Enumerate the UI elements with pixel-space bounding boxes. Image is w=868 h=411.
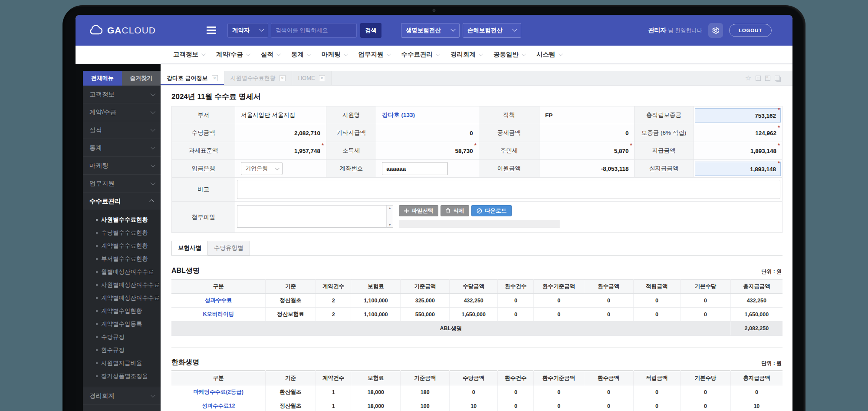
view-tab-by-allowance-type[interactable]: 수당유형별	[208, 241, 250, 255]
commission-type-link[interactable]: K오버라이딩	[203, 311, 234, 317]
commission-type-link[interactable]: 마케팅수수료(2등급)	[194, 389, 243, 395]
app-logo[interactable]: GACLOUD	[89, 25, 175, 36]
scroll-up-icon[interactable]: ▲	[388, 206, 391, 209]
section-title: ABL생명	[171, 266, 200, 275]
nav-item-commission-mgmt[interactable]: 수수료관리	[401, 50, 439, 59]
bank-select[interactable]: 기업은행	[241, 162, 283, 175]
submenu-item-longterm-adjustment[interactable]: 장기상품별조정율	[83, 370, 161, 383]
deposit6-value: *124,962	[693, 124, 782, 142]
nav-item-work-support[interactable]: 업무지원	[358, 50, 390, 59]
search-button[interactable]: 검색	[360, 23, 381, 38]
nav-item-performance[interactable]: 실적	[261, 50, 279, 59]
logout-button[interactable]: LOGOUT	[729, 24, 772, 37]
sidebar-item-accounting[interactable]: 경리회계	[83, 387, 161, 405]
listbox-scrollbar[interactable]: ▲▼	[386, 206, 393, 227]
duplicate-tab-icon[interactable]	[775, 76, 780, 81]
view-tab-by-insurer[interactable]: 보험사별	[171, 241, 208, 255]
submenu-item-contract-expected-remaining[interactable]: 계약별예상잔여수수료	[83, 292, 161, 305]
submenu-item-recovery-rules[interactable]: 환수규정	[83, 344, 161, 357]
nav-item-accounting[interactable]: 경리회계	[450, 50, 482, 59]
submenu-item-monthly-expected-remaining[interactable]: 월별예상잔여수수료	[83, 265, 161, 278]
close-all-tabs-icon[interactable]	[765, 76, 770, 81]
net-payment-input[interactable]: 1,893,148	[695, 162, 781, 176]
deduction-label: 공제금액	[479, 124, 539, 142]
account-input[interactable]	[382, 162, 448, 175]
close-tab-icon[interactable]: ✕	[212, 75, 218, 81]
income-tax-value: *58,730	[376, 142, 479, 160]
submenu-item-payment-ratio[interactable]: 사원별지급비율	[83, 357, 161, 370]
favorite-star-icon[interactable]: ☆	[745, 75, 751, 82]
sidebar-tab-favorites[interactable]: 즐겨찾기	[122, 71, 161, 86]
hamburger-menu-icon[interactable]	[207, 27, 216, 34]
tab-salary-info[interactable]: 강다호 급여정보 ✕	[161, 71, 224, 85]
chevron-down-icon	[151, 180, 155, 185]
nav-item-common[interactable]: 공통일반	[493, 50, 525, 59]
sidebar-gutter: 전체메뉴 즐겨찾기 고객정보 계약/수금 실적 통계 마케팅 업무지원 수수료관…	[76, 64, 161, 411]
sidebar-item-performance[interactable]: 실적	[83, 121, 161, 139]
submenu-item-commission-by-dept[interactable]: 부서별수수료현황	[83, 252, 161, 265]
unit-label: 단위 : 원	[761, 268, 782, 275]
sidebar-item-statistics[interactable]: 통계	[83, 139, 161, 157]
required-asterisk: *	[474, 142, 477, 149]
trash-icon	[446, 208, 450, 213]
sidebar-item-work-support[interactable]: 업무지원	[83, 175, 161, 192]
search-input[interactable]	[271, 23, 357, 38]
nav-item-contract-collection[interactable]: 계약/수금	[216, 50, 249, 59]
tab-home[interactable]: HOME ✕	[292, 71, 332, 85]
resident-tax-label: 주민세	[479, 142, 539, 160]
note-textarea[interactable]	[237, 180, 780, 199]
submenu-item-income-by-contract[interactable]: 계약별수입현황	[83, 305, 161, 318]
attachment-list[interactable]: ▲▼	[237, 205, 393, 228]
chevron-down-icon	[151, 162, 155, 167]
deposit6-label: 보증금 (6% 적립)	[635, 124, 693, 142]
file-delete-button[interactable]: 삭제	[441, 205, 469, 216]
settings-button[interactable]	[708, 23, 723, 38]
submenu-item-commission-by-allowance[interactable]: 수당별수수료현황	[83, 226, 161, 239]
payment-value: *1,893,148	[693, 142, 782, 160]
nav-item-system[interactable]: 시스템	[536, 50, 562, 59]
submenu-item-allowance-rules[interactable]: 수당규정	[83, 331, 161, 344]
tab-commission-by-employee[interactable]: 사원별수수료현황 ✕	[224, 71, 292, 85]
commission-table-hanwha: 구분기준 계약건수보험료 기준금액수당금액 환수건수환수기준금액 환수금액적립금…	[171, 371, 783, 411]
tile-windows-icon[interactable]	[756, 76, 761, 81]
search-category-select[interactable]: 계약자	[227, 23, 268, 38]
table-header-row: 구분기준 계약건수보험료 기준금액수당금액 환수건수환수기준금액 환수금액적립금…	[171, 371, 783, 385]
income-tax-label: 소득세	[326, 142, 376, 160]
nav-item-customer-info[interactable]: 고객정보	[173, 50, 204, 59]
chevron-down-icon	[151, 145, 155, 149]
commission-type-link[interactable]: 성과수수료12	[202, 403, 235, 409]
commission-statement-form: 부서 서울사업단 서울지점 사원명 강다호 (133) 직책 FP 총적립보증금…	[171, 106, 783, 233]
file-select-button[interactable]: 파일선택	[399, 205, 438, 216]
submenu-item-income-register[interactable]: 계약별수입등록	[83, 318, 161, 331]
nav-item-statistics[interactable]: 통계	[291, 50, 310, 59]
sidebar-item-customer-info[interactable]: 고객정보	[83, 86, 161, 103]
submenu-item-employee-expected-remaining[interactable]: 사원별예상잔여수수료	[83, 278, 161, 292]
required-asterisk: *	[778, 142, 780, 149]
main-navigation: 고객정보 계약/수금 실적 통계 마케팅 업무지원 수수료관리 경리회계 공통일…	[76, 46, 792, 64]
total-deposit-input[interactable]: 753,162	[695, 108, 781, 123]
attachment-label: 첨부파일	[172, 202, 235, 233]
chevron-down-icon	[450, 27, 455, 31]
net-payment-label: 실지급금액	[635, 160, 693, 178]
submenu-item-commission-by-contract[interactable]: 계약별수수료현황	[83, 239, 161, 252]
sidebar-item-marketing[interactable]: 마케팅	[83, 157, 161, 175]
chevron-down-icon	[512, 27, 517, 31]
commission-type-link[interactable]: 성과수수료	[205, 297, 232, 303]
user-name: 관리자	[648, 27, 667, 33]
required-asterisk: *	[322, 142, 324, 149]
scroll-down-icon[interactable]: ▼	[388, 223, 391, 226]
chevron-down-icon	[201, 52, 206, 56]
submenu-item-commission-by-employee[interactable]: 사원별수수료현황	[83, 213, 161, 226]
close-tab-icon[interactable]: ✕	[319, 75, 325, 81]
chevron-down-icon	[307, 52, 311, 56]
file-download-button[interactable]: 다운로드	[471, 205, 512, 216]
general-insurance-system-select[interactable]: 손해보험전산	[463, 23, 521, 38]
sidebar-item-contract-collection[interactable]: 계약/수금	[83, 103, 161, 121]
employee-link[interactable]: 강다호 (133)	[382, 112, 415, 118]
nav-item-marketing[interactable]: 마케팅	[322, 50, 347, 59]
life-insurance-system-select[interactable]: 생명보험전산	[401, 23, 460, 38]
sidebar-tab-all-menu[interactable]: 전체메뉴	[83, 71, 122, 86]
gear-icon	[712, 27, 720, 34]
close-tab-icon[interactable]: ✕	[279, 75, 286, 81]
sidebar-item-commission-mgmt[interactable]: 수수료관리	[83, 192, 161, 210]
